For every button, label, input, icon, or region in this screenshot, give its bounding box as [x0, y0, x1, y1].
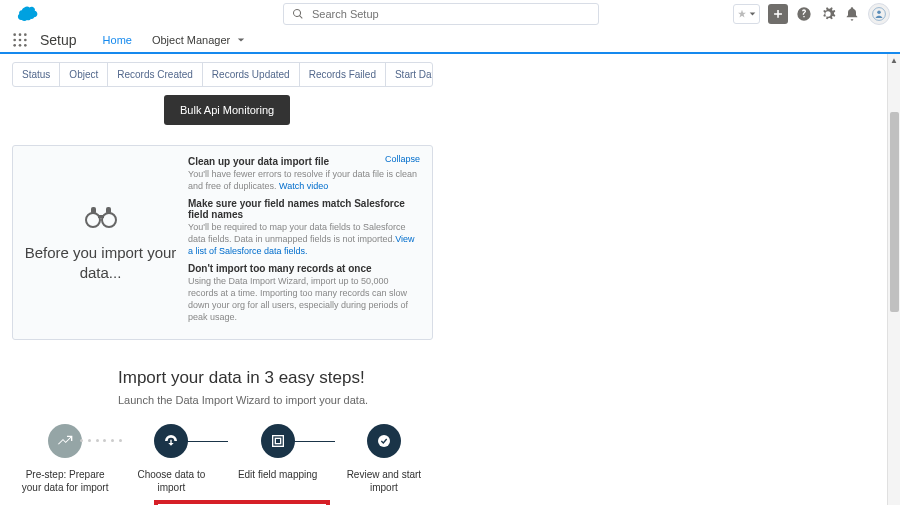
star-icon	[737, 9, 747, 19]
svg-point-5	[13, 39, 16, 42]
tip-title: Clean up your data import file	[188, 156, 418, 167]
step-edit-icon	[261, 424, 295, 458]
avatar[interactable]	[868, 3, 890, 25]
chevron-down-icon	[749, 9, 756, 19]
scrollbar[interactable]: ▲	[887, 54, 900, 505]
svg-rect-16	[272, 436, 283, 447]
svg-point-7	[24, 39, 27, 42]
svg-rect-14	[106, 207, 111, 214]
tip-title: Don't import too many records at once	[188, 263, 418, 274]
watch-video-link[interactable]: Watch video	[279, 181, 328, 191]
chevron-down-icon	[237, 36, 245, 44]
svg-point-9	[19, 44, 22, 47]
binoculars-icon	[85, 203, 117, 235]
gear-icon[interactable]	[820, 6, 836, 22]
steps-subtitle: Launch the Data Import Wizard to import …	[118, 394, 433, 406]
setup-label: Setup	[40, 32, 77, 48]
main-content: Status Object Records Created Records Up…	[0, 54, 445, 505]
nav-bar: Setup Home Object Manager	[0, 28, 900, 54]
add-button[interactable]: ＋	[768, 4, 788, 24]
filter-updated[interactable]: Records Updated	[203, 63, 300, 86]
filter-status[interactable]: Status	[13, 63, 60, 86]
steps-title: Import your data in 3 easy steps!	[118, 368, 433, 388]
svg-rect-15	[98, 215, 104, 218]
svg-point-8	[13, 44, 16, 47]
bulk-api-button[interactable]: Bulk Api Monitoring	[164, 95, 290, 125]
global-search[interactable]	[283, 3, 599, 25]
svg-point-11	[86, 213, 100, 227]
step-label-choose: Choose data to import	[126, 468, 216, 494]
svg-point-4	[24, 33, 27, 36]
launch-highlight: Launch Wizard!	[154, 500, 330, 505]
svg-point-12	[102, 213, 116, 227]
svg-point-3	[19, 33, 22, 36]
favorites-button[interactable]	[733, 4, 760, 24]
help-icon[interactable]	[796, 6, 812, 22]
filter-tabs: Status Object Records Created Records Up…	[12, 62, 433, 87]
filter-start[interactable]: Start Date	[386, 63, 433, 86]
salesforce-logo-icon	[14, 5, 40, 23]
step-choose-icon	[154, 424, 188, 458]
tip-3: Don't import too many records at once Us…	[188, 263, 418, 323]
filter-created[interactable]: Records Created	[108, 63, 203, 86]
svg-rect-13	[91, 207, 96, 214]
svg-rect-17	[275, 439, 280, 444]
step-label-review: Review and start import	[339, 468, 429, 494]
collapse-link[interactable]: Collapse	[385, 154, 420, 164]
tip-1: Clean up your data import file You'll ha…	[188, 156, 418, 192]
step-label-edit: Edit field mapping	[233, 468, 323, 481]
svg-point-18	[378, 435, 390, 447]
scroll-thumb[interactable]	[890, 112, 899, 312]
panel-heading: Before you import your data...	[13, 243, 188, 282]
tab-object-manager[interactable]: Object Manager	[142, 28, 255, 54]
bell-icon[interactable]	[844, 6, 860, 22]
tip-title: Make sure your field names match Salesfo…	[188, 198, 418, 220]
svg-point-1	[877, 11, 881, 15]
global-header: ＋	[0, 0, 900, 28]
steps-row: Pre-step: Prepare your data for import C…	[12, 424, 437, 494]
svg-point-2	[13, 33, 16, 36]
avatar-icon	[872, 7, 886, 21]
step-prep-icon	[48, 424, 82, 458]
step-label-prep: Pre-step: Prepare your data for import	[20, 468, 110, 494]
tab-home[interactable]: Home	[93, 28, 142, 54]
svg-point-6	[19, 39, 22, 42]
filter-object[interactable]: Object	[60, 63, 108, 86]
svg-point-10	[24, 44, 27, 47]
step-review-icon	[367, 424, 401, 458]
search-input[interactable]	[312, 8, 590, 20]
tip-2: Make sure your field names match Salesfo…	[188, 198, 418, 257]
app-launcher-icon[interactable]	[12, 32, 28, 48]
filter-failed[interactable]: Records Failed	[300, 63, 386, 86]
search-icon	[292, 8, 304, 20]
scroll-up-icon[interactable]: ▲	[888, 54, 900, 66]
before-import-panel: Collapse Before you import your data... …	[12, 145, 433, 340]
